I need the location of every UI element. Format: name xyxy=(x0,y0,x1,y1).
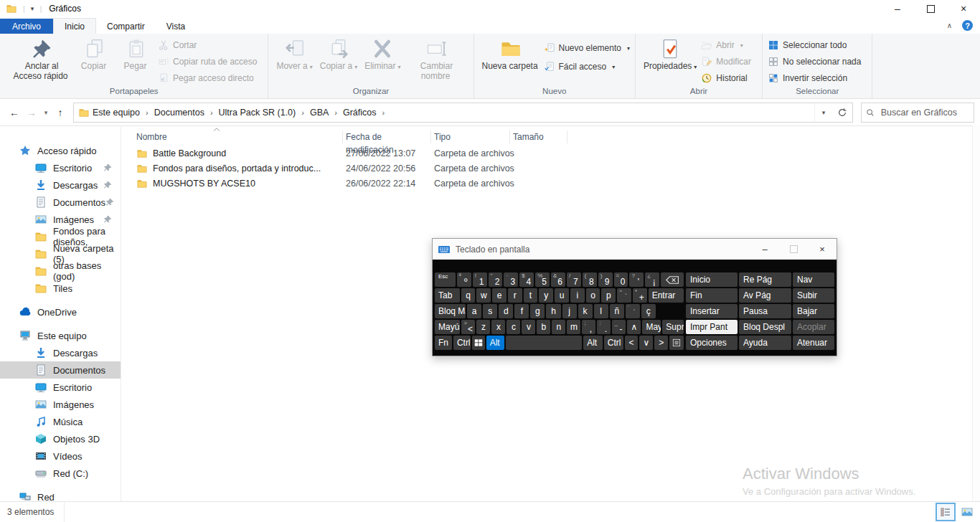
ribbon-button[interactable]: Pegar acceso directo xyxy=(158,72,263,84)
osk-key[interactable]: Entrar xyxy=(649,288,684,303)
osk-key[interactable]: h xyxy=(546,304,560,318)
osk-key[interactable]: c xyxy=(507,320,520,334)
osk-key[interactable]: ) 9 xyxy=(598,272,613,287)
ribbon-button[interactable]: Modificar xyxy=(701,56,757,67)
osk-maximize-button[interactable] xyxy=(779,239,808,260)
osk-key[interactable]: Re Pág xyxy=(739,272,791,287)
view-details-button[interactable] xyxy=(936,503,956,521)
osk-key[interactable]: t xyxy=(524,288,538,303)
osk-key[interactable] xyxy=(657,304,684,318)
osk-key[interactable]: & 6 xyxy=(551,272,565,287)
osk-key[interactable]: ? ' xyxy=(629,272,644,287)
close-button[interactable]: × xyxy=(947,0,980,17)
osk-key[interactable]: Mayús xyxy=(642,320,661,334)
osk-close-button[interactable]: × xyxy=(808,239,837,260)
osk-key[interactable]: < xyxy=(625,336,639,350)
osk-key[interactable]: ^ ` xyxy=(617,288,631,303)
sidebar-item[interactable]: Acceso rápido xyxy=(0,142,121,159)
osk-key[interactable]: ; , xyxy=(582,320,595,334)
osk-key[interactable]: ñ xyxy=(610,304,624,318)
tab-archivo[interactable]: Archivo xyxy=(0,19,53,34)
file-row[interactable]: Fondos para diseños, portada y introduc.… xyxy=(133,161,980,176)
osk-key[interactable]: e xyxy=(492,288,507,303)
osk-key[interactable]: x xyxy=(491,320,505,334)
recent-locations-button[interactable]: ▾ xyxy=(40,109,52,116)
osk-key[interactable]: b xyxy=(537,320,550,334)
osk-key[interactable]: q xyxy=(461,288,476,303)
osk-key[interactable]: f xyxy=(514,304,529,318)
ribbon-button[interactable]: Nuevo elemento▾ xyxy=(544,42,630,54)
osk-key[interactable]: / 7 xyxy=(567,272,581,287)
osk-key[interactable]: Fin xyxy=(686,288,738,303)
search-input[interactable] xyxy=(880,107,969,118)
osk-key[interactable]: $ 4 xyxy=(519,272,534,287)
breadcrumb-item[interactable]: Documentos xyxy=(154,108,219,118)
osk-key[interactable]: % 5 xyxy=(535,272,550,287)
osk-key[interactable]: * + xyxy=(633,288,647,303)
sidebar-item[interactable]: Tiles xyxy=(0,280,121,297)
osk-key[interactable]: Pausa xyxy=(739,304,791,318)
column-header-tipo[interactable]: Tipo xyxy=(431,130,510,143)
forward-button[interactable]: → xyxy=(23,107,40,118)
refresh-button[interactable] xyxy=(832,108,852,118)
ribbon-button[interactable]: Nueva carpeta xyxy=(479,36,542,85)
osk-key[interactable]: y xyxy=(539,288,553,303)
osk-key[interactable]: " 2 xyxy=(489,272,503,287)
sidebar-item[interactable]: Descargas xyxy=(0,176,121,194)
file-row[interactable]: MUGSHOTS BY ACSE10 26/06/2022 22:14 Carp… xyxy=(133,176,980,191)
file-row[interactable]: Battle Background 27/06/2022 13:07 Carpe… xyxy=(133,146,980,161)
osk-key[interactable]: d xyxy=(499,304,513,318)
osk-key[interactable]: ª º xyxy=(457,272,471,287)
osk-minimize-button[interactable]: – xyxy=(750,239,779,260)
ribbon-button[interactable]: Copiar xyxy=(75,36,115,85)
ribbon-button[interactable]: Seleccionar todo xyxy=(768,39,867,51)
osk-key[interactable]: > xyxy=(654,336,668,350)
address-bar[interactable]: Este equipo Documentos Ultra Pack SR (1.… xyxy=(73,103,853,123)
back-button[interactable]: ← xyxy=(6,107,23,118)
vertical-scrollbar[interactable] xyxy=(972,125,980,502)
quick-access-toolbar-caret-icon[interactable]: ▾ xyxy=(31,5,34,12)
ribbon-button[interactable]: Eliminar▾ xyxy=(362,36,403,85)
osk-key[interactable]: Ctrl xyxy=(453,336,471,350)
sidebar-item[interactable]: otras bases (god) xyxy=(0,262,121,280)
osk-key[interactable] xyxy=(669,336,684,350)
osk-key[interactable] xyxy=(472,336,485,350)
ribbon-tab[interactable]: Vista xyxy=(156,19,196,34)
ribbon-button[interactable]: Invertir selección xyxy=(768,72,867,84)
sidebar-item[interactable]: Imágenes xyxy=(0,396,121,413)
sidebar-item[interactable]: Escritorio xyxy=(0,159,121,176)
sidebar-item[interactable]: Música xyxy=(0,413,121,430)
osk-key[interactable]: ¿ ¡ xyxy=(645,272,659,287)
osk-key[interactable]: > < xyxy=(461,320,475,334)
osk-key[interactable]: Bloq Despl xyxy=(739,320,791,334)
osk-key[interactable]: _ - xyxy=(612,320,626,334)
ribbon-button[interactable]: Cortar xyxy=(158,39,263,51)
osk-key[interactable]: Alt xyxy=(583,336,603,350)
osk-key[interactable]: Bloq Mayús xyxy=(435,304,466,318)
osk-key[interactable]: o xyxy=(586,288,600,303)
osk-key[interactable]: Acoplar xyxy=(793,320,834,334)
ribbon-tab[interactable]: Inicio xyxy=(53,18,96,34)
osk-key[interactable]: Av Pág xyxy=(739,288,791,303)
osk-key[interactable]: w xyxy=(476,288,491,303)
osk-key[interactable]: ( 8 xyxy=(583,272,597,287)
ribbon-button[interactable]: Abrir▾ xyxy=(701,39,757,51)
sidebar-item[interactable]: OneDrive xyxy=(0,303,121,321)
ribbon-button[interactable]: Propiedades▾ xyxy=(641,36,699,85)
osk-key[interactable]: s xyxy=(483,304,497,318)
search-box[interactable] xyxy=(861,103,974,123)
osk-key[interactable]: = 0 xyxy=(614,272,628,287)
sidebar-item[interactable]: Red xyxy=(0,488,121,502)
ribbon-button[interactable]: Historial xyxy=(701,72,757,84)
osk-key[interactable]: i xyxy=(570,288,585,303)
ribbon-button[interactable]: Cambiar nombre xyxy=(405,36,468,85)
osk-key[interactable]: Atenuar xyxy=(793,336,834,350)
osk-key[interactable]: a xyxy=(467,304,481,318)
osk-key[interactable]: ! 1 xyxy=(473,272,487,287)
osk-key[interactable]: l xyxy=(594,304,608,318)
breadcrumb-item[interactable]: Este equipo xyxy=(93,108,154,118)
column-header-fecha[interactable]: Fecha de modificación xyxy=(343,130,431,143)
osk-key[interactable] xyxy=(661,272,684,287)
osk-key[interactable] xyxy=(506,336,582,350)
osk-key[interactable]: Ctrl xyxy=(604,336,623,350)
